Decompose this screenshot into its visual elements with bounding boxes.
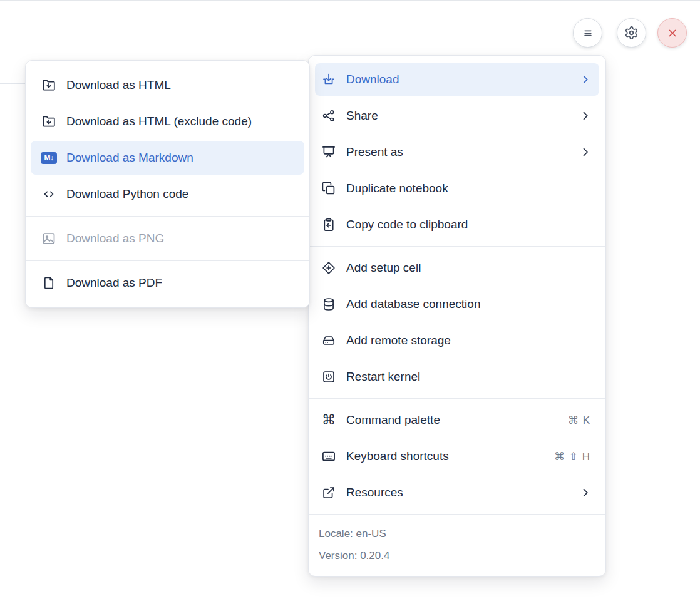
page-top-border (0, 0, 700, 1)
menu-item-label: Resources (346, 486, 569, 500)
image-icon (41, 231, 56, 246)
menu-item-download-as-png: Download as PNG (31, 222, 304, 255)
chevron-right-icon (579, 146, 592, 158)
menu-item-label: Keyboard shortcuts (346, 449, 544, 463)
command-icon: ⌘ (321, 413, 336, 428)
menu-item-label: Share (346, 109, 569, 123)
menu-item-label: Download as PNG (66, 232, 297, 245)
menu-item-keyboard-shortcuts[interactable]: Keyboard shortcuts ⌘ ⇧ H (315, 440, 599, 473)
menu-separator (309, 246, 605, 247)
menu-item-resources[interactable]: Resources (315, 476, 599, 509)
menu-item-copy-code-to-clipboard[interactable]: Copy code to clipboard (315, 208, 599, 241)
chevron-right-icon (579, 486, 592, 499)
power-square-icon (321, 369, 336, 384)
external-link-icon (321, 485, 336, 500)
clipboard-copy-icon (321, 217, 336, 232)
menu-item-add-database-connection[interactable]: Add database connection (315, 288, 599, 321)
locale-text: Locale: en-US (319, 523, 595, 545)
menu-item-present-as[interactable]: Present as (315, 136, 599, 168)
chevron-right-icon (579, 110, 592, 122)
menu-item-download-as-pdf[interactable]: Download as PDF (31, 266, 304, 300)
notebook-actions-menu: Download Share Present as (308, 55, 606, 577)
menu-item-add-setup-cell[interactable]: Add setup cell (315, 252, 599, 284)
folder-down-icon (41, 114, 56, 129)
menu-item-label: Add remote storage (346, 334, 592, 347)
menu-item-label: Download as PDF (66, 276, 297, 290)
menu-item-label: Add database connection (346, 297, 592, 311)
menu-item-download-as-markdown[interactable]: M↓ Download as Markdown (31, 141, 304, 175)
menu-item-label: Add setup cell (346, 261, 592, 275)
menu-item-command-palette[interactable]: ⌘ Command palette ⌘ K (315, 404, 599, 436)
shutdown-button[interactable] (657, 18, 687, 48)
menu-item-label: Copy code to clipboard (346, 218, 592, 232)
menu-footer: Locale: en-US Version: 0.20.4 (309, 514, 605, 576)
keyboard-icon (321, 449, 336, 464)
markdown-icon: M↓ (41, 150, 56, 165)
menu-item-label: Download (346, 73, 569, 86)
menu-item-download-as-html[interactable]: Download as HTML (31, 68, 304, 102)
share-icon (321, 108, 336, 123)
chevron-right-icon (579, 73, 592, 86)
diamond-plus-icon (321, 260, 336, 275)
download-icon (321, 72, 336, 87)
menu-item-label: Download as HTML (exclude code) (66, 115, 297, 128)
database-icon (321, 297, 336, 312)
menu-item-label: Restart kernel (346, 370, 592, 384)
keyboard-shortcut-hint: ⌘ ⇧ H (554, 450, 592, 463)
menu-item-label: Download as Markdown (66, 151, 297, 165)
background-cell-border-bottom (0, 125, 26, 125)
version-text: Version: 0.20.4 (319, 545, 595, 567)
copy-icon (321, 181, 336, 196)
menu-item-label: Download as HTML (66, 78, 297, 92)
menu-item-share[interactable]: Share (315, 100, 599, 132)
menu-item-label: Present as (346, 145, 569, 159)
menu-item-label: Command palette (346, 413, 558, 427)
menu-item-download[interactable]: Download (315, 63, 599, 96)
menu-item-restart-kernel[interactable]: Restart kernel (315, 361, 599, 393)
folder-down-icon (41, 78, 56, 93)
file-icon (41, 275, 56, 290)
menu-separator (26, 216, 309, 217)
menu-item-add-remote-storage[interactable]: Add remote storage (315, 324, 599, 357)
hard-drive-icon (321, 333, 336, 348)
close-icon (665, 26, 680, 41)
notebook-menu-button[interactable] (573, 18, 602, 48)
menu-item-label: Download Python code (66, 187, 297, 201)
menu-item-duplicate-notebook[interactable]: Duplicate notebook (315, 172, 599, 205)
hamburger-icon (580, 26, 595, 41)
menu-separator (309, 398, 605, 399)
presentation-icon (321, 145, 336, 160)
gear-icon (624, 26, 639, 40)
menu-item-download-python-code[interactable]: Download Python code (31, 177, 304, 211)
download-submenu: Download as HTML Download as HTML (exclu… (25, 60, 310, 308)
menu-item-download-as-html-exclude-code[interactable]: Download as HTML (exclude code) (31, 105, 304, 138)
code-icon (41, 187, 56, 202)
menu-separator (26, 260, 309, 261)
background-cell-border-top (0, 83, 26, 84)
settings-button[interactable] (617, 18, 646, 48)
keyboard-shortcut-hint: ⌘ K (568, 414, 592, 427)
menu-item-label: Duplicate notebook (346, 182, 592, 195)
notebook-page: Download as HTML Download as HTML (exclu… (0, 0, 700, 616)
